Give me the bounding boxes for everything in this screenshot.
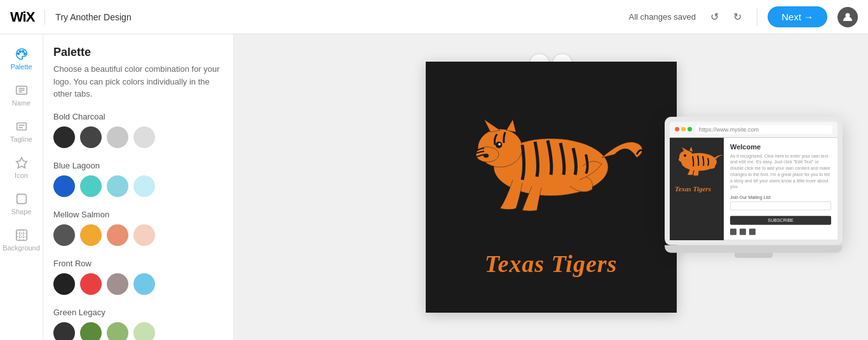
palette-colors-green-legacy — [53, 322, 223, 341]
sidebar-item-icon[interactable]: Icon — [0, 149, 43, 186]
color-swatch[interactable] — [80, 224, 102, 246]
palette-section-front-row: Front Row — [53, 259, 223, 295]
palette-colors-blue-lagoon — [53, 175, 223, 197]
tagline-icon — [15, 119, 29, 133]
color-swatch[interactable] — [107, 224, 128, 246]
preview-mailing-label: Join Our Mailing List — [730, 195, 831, 200]
color-swatch[interactable] — [107, 126, 128, 148]
sidebar-item-name[interactable]: Name — [0, 77, 43, 113]
topbar: WiX Try Another Design All changes saved… — [0, 0, 868, 34]
color-swatch[interactable] — [53, 273, 75, 295]
icon-icon — [15, 156, 29, 170]
preview-tiger-svg — [675, 142, 726, 179]
browser-bar: https://www.mysite.com — [670, 121, 837, 137]
color-swatch[interactable] — [80, 175, 102, 197]
svg-point-29 — [679, 156, 686, 161]
color-swatch[interactable] — [53, 126, 75, 148]
sidebar-item-shape[interactable]: Shape — [0, 186, 43, 222]
palette-section-bold-charcoal: Bold Charcoal — [53, 112, 223, 148]
shape-icon — [15, 192, 29, 206]
svg-point-1 — [17, 53, 19, 55]
color-swatch[interactable] — [133, 175, 155, 197]
color-swatch[interactable] — [80, 322, 102, 341]
palette-section-mellow-salmon: Mellow Salmon — [53, 210, 223, 246]
preview-left-panel: Texas Tigers — [670, 137, 724, 240]
palette-section-name: Blue Lagoon — [53, 161, 223, 170]
undo-button[interactable]: ↺ — [706, 8, 724, 26]
color-swatch[interactable] — [107, 273, 128, 295]
svg-marker-23 — [506, 119, 516, 132]
logo-card: Texas Tigers — [426, 62, 677, 313]
next-button[interactable]: Next → — [768, 6, 827, 27]
browser-url: https://www.mysite.com — [696, 125, 832, 133]
browser-dots — [675, 127, 692, 132]
color-swatch[interactable] — [107, 322, 128, 341]
facebook-icon — [730, 229, 736, 235]
svg-marker-31 — [689, 146, 693, 151]
palette-section-name: Bold Charcoal — [53, 112, 223, 121]
svg-point-4 — [24, 53, 25, 55]
palette-section-name: Front Row — [53, 259, 223, 268]
svg-rect-14 — [16, 230, 27, 241]
email-icon — [749, 229, 756, 235]
preview-welcome: Welcome — [730, 142, 831, 150]
website-preview: https://www.mysite.com — [665, 116, 843, 257]
preview-brand-name: Texas Tigers — [675, 184, 719, 192]
color-swatch[interactable] — [80, 126, 102, 148]
color-swatch[interactable] — [133, 224, 155, 246]
palette-colors-bold-charcoal — [53, 126, 223, 148]
sidebar-icons: Palette Name Tagline Icon — [0, 34, 43, 340]
sidebar-shape-label: Shape — [11, 208, 32, 215]
preview-right-panel: Welcome As it recognized. Click here to … — [724, 137, 837, 240]
color-swatch[interactable] — [53, 322, 75, 341]
palette-section-green-legacy: Green Legacy — [53, 308, 223, 341]
sidebar-background-label: Background — [3, 244, 40, 252]
palette-colors-mellow-salmon — [53, 224, 223, 246]
sidebar-item-palette[interactable]: Palette — [0, 41, 43, 77]
topbar-right: All changes saved ↺ ↻ Next → — [628, 6, 858, 27]
dot-minimize — [681, 127, 686, 132]
name-icon — [15, 83, 29, 97]
svg-point-26 — [484, 154, 489, 158]
sidebar-palette-label: Palette — [10, 63, 32, 71]
profile-button[interactable] — [837, 7, 858, 27]
try-another-link[interactable]: Try Another Design — [55, 12, 131, 22]
palette-section-name: Green Legacy — [53, 308, 223, 317]
sidebar-icon-label: Icon — [15, 172, 28, 179]
sidebar-name-label: Name — [12, 99, 31, 107]
svg-point-25 — [498, 143, 501, 146]
laptop-bottom — [665, 245, 843, 253]
sidebar-item-background[interactable]: Background — [0, 222, 43, 258]
browser-inner: Texas Tigers Welcome As it recognized. C… — [670, 137, 837, 240]
preview-social-icons — [730, 229, 831, 235]
color-swatch[interactable] — [53, 175, 75, 197]
sidebar-item-tagline[interactable]: Tagline — [0, 113, 43, 149]
profile-icon — [843, 12, 853, 22]
dot-maximize — [688, 127, 692, 132]
palette-panel: Palette Choose a beautiful color combina… — [43, 34, 234, 340]
undo-redo-group: ↺ ↻ — [706, 8, 747, 26]
brand-name: Texas Tigers — [485, 250, 618, 278]
preview-email-input[interactable] — [730, 201, 831, 210]
color-swatch[interactable] — [133, 126, 155, 148]
color-swatch[interactable] — [53, 224, 75, 246]
canvas-area: ‹ › — [234, 34, 868, 340]
color-swatch[interactable] — [80, 273, 102, 295]
color-swatch[interactable] — [107, 175, 128, 197]
color-swatch[interactable] — [133, 322, 155, 341]
preview-subscribe-button[interactable]: SUBSCRIBE — [730, 216, 831, 225]
dot-close — [675, 127, 679, 132]
wix-logo: WiX — [10, 9, 34, 25]
svg-point-3 — [22, 51, 24, 53]
palette-description: Choose a beautiful color combination for… — [53, 63, 223, 100]
tiger-container — [449, 97, 653, 243]
laptop-frame: https://www.mysite.com — [665, 116, 843, 245]
color-swatch[interactable] — [133, 273, 155, 295]
palette-section-name: Mellow Salmon — [53, 210, 223, 219]
palette-icon — [15, 47, 29, 61]
palette-section-blue-lagoon: Blue Lagoon — [53, 161, 223, 197]
svg-point-32 — [684, 154, 686, 156]
svg-marker-22 — [484, 119, 500, 132]
redo-button[interactable]: ↻ — [729, 8, 747, 26]
palette-scrollable: Bold Charcoal Blue Lagoon — [53, 112, 223, 341]
